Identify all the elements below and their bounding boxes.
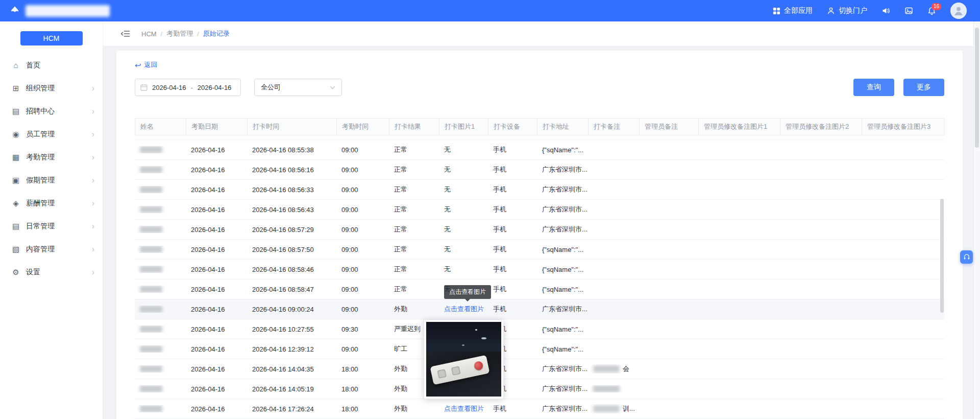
cell-shift-time: 09:00 xyxy=(336,306,389,313)
cell-name xyxy=(135,186,186,193)
attendance-photo xyxy=(426,322,501,397)
cell-shift-time: 18:00 xyxy=(336,405,389,413)
sidebar-item-org[interactable]: ⊞组织管理› xyxy=(0,77,103,100)
cell-shift-time: 09:00 xyxy=(336,286,389,293)
table-row[interactable]: 2026-04-162026-04-16 08:57:2909:00正常无手机广… xyxy=(135,220,944,240)
sidebar-item-salary[interactable]: ◈薪酬管理› xyxy=(0,192,103,215)
view-image-link[interactable]: 点击查看图片 xyxy=(444,404,484,413)
cell-device: 手机 xyxy=(488,145,537,154)
assistant-float-button[interactable] xyxy=(960,250,973,264)
cell-clock-time: 2026-04-16 08:58:47 xyxy=(247,286,336,293)
breadcrumb-item[interactable]: 原始记录 xyxy=(203,29,230,38)
table-row[interactable]: 2026-04-162026-04-16 08:58:4609:00正常无手机{… xyxy=(135,260,944,280)
breadcrumb-item[interactable]: HCM xyxy=(141,30,157,38)
page-scrollbar[interactable] xyxy=(973,21,980,419)
table-row[interactable]: 2026-04-162026-04-16 08:57:5009:00正常无手机{… xyxy=(135,240,944,260)
view-image-link[interactable]: 点击查看图片 xyxy=(444,305,484,314)
sidebar-item-employee[interactable]: ◉员工管理› xyxy=(0,123,103,146)
table-row[interactable]: 2026-04-162026-04-16 14:04:3518:00外勤手机广东… xyxy=(135,359,944,379)
cell-result: 外勤 xyxy=(389,404,439,413)
column-header: 考勤时间 xyxy=(337,119,389,135)
redacted-brand-name xyxy=(26,5,110,17)
cell-clock-time: 2026-04-16 08:58:46 xyxy=(247,266,336,273)
cell-clock-time: 2026-04-16 08:56:43 xyxy=(247,206,336,214)
table-row[interactable]: 2026-04-162026-04-16 17:26:2418:00外勤点击查看… xyxy=(135,399,944,419)
table-scrollbar-thumb[interactable] xyxy=(940,199,944,313)
chevron-right-icon: › xyxy=(92,222,94,230)
back-link[interactable]: ↩ 返回 xyxy=(135,60,158,70)
page-scrollbar-thumb[interactable] xyxy=(975,28,979,148)
notifications-button[interactable]: 16 xyxy=(927,7,936,15)
gallery-button[interactable] xyxy=(904,7,913,15)
cell-shift-time: 09:00 xyxy=(336,226,389,234)
more-button[interactable]: 更多 xyxy=(903,79,944,96)
table-header: 姓名考勤日期打卡时间考勤时间打卡结果打卡图片1打卡设备打卡地址打卡备注管理员备注… xyxy=(135,118,944,135)
user-avatar[interactable] xyxy=(950,3,967,19)
daily-icon: ▤ xyxy=(11,222,20,231)
sidebar-item-content[interactable]: ▧内容管理› xyxy=(0,238,103,261)
app-logo[interactable] xyxy=(9,5,110,17)
cell-name xyxy=(135,286,186,293)
redacted-name xyxy=(140,246,162,253)
table-row[interactable]: 2026-04-162026-04-16 08:55:3809:00正常无手机{… xyxy=(135,140,944,160)
sidebar-item-home[interactable]: ⌂首页 xyxy=(0,54,103,77)
breadcrumb-separator: / xyxy=(161,30,163,38)
cell-device: 手机 xyxy=(488,185,537,194)
cell-date: 2026-04-16 xyxy=(186,306,247,313)
table-row[interactable]: 2026-04-162026-04-16 08:56:3309:00正常无手机广… xyxy=(135,180,944,200)
redacted-remark xyxy=(593,385,620,392)
product-switch-button[interactable]: HCM xyxy=(20,31,83,45)
cell-address: 广东省深圳市... xyxy=(537,225,588,234)
switch-portal-label: 切换门户 xyxy=(839,6,867,15)
company-select[interactable]: 全公司 xyxy=(254,79,342,96)
cell-image: 无 xyxy=(439,245,488,254)
sidebar-item-holiday[interactable]: ▣假期管理› xyxy=(0,169,103,192)
cell-image: 点击查看图片 xyxy=(439,404,488,413)
sidebar-collapse-button[interactable] xyxy=(120,30,130,38)
query-button[interactable]: 查询 xyxy=(853,79,894,96)
headset-icon xyxy=(963,253,970,261)
avatar-person-icon xyxy=(953,5,964,16)
photo-socket xyxy=(451,366,461,376)
cell-clock-time: 2026-04-16 08:56:16 xyxy=(247,166,336,174)
filter-bar: 2026-04-16 - 2026-04-16 全公司 查询 更多 xyxy=(135,79,944,96)
cell-address: {"sqName":"... xyxy=(537,325,588,333)
remark-suffix: 训... xyxy=(623,404,635,413)
column-header: 打卡图片1 xyxy=(439,119,488,135)
column-header: 打卡时间 xyxy=(248,119,337,135)
sidebar-item-label: 薪酬管理 xyxy=(26,199,55,208)
announcement-button[interactable] xyxy=(881,7,890,15)
sidebar: HCM ⌂首页⊞组织管理›▤招聘中心›◉员工管理›▦考勤管理›▣假期管理›◈薪酬… xyxy=(0,21,103,419)
calendar-icon xyxy=(140,84,148,91)
redacted-name xyxy=(140,206,162,213)
cell-result: 正常 xyxy=(389,225,439,234)
sidebar-item-settings[interactable]: ⚙设置› xyxy=(0,261,103,284)
breadcrumb-item[interactable]: 考勤管理 xyxy=(166,29,193,38)
table-row[interactable]: 2026-04-162026-04-16 08:58:4709:00正常无手机{… xyxy=(135,280,944,299)
table-row[interactable]: 2026-04-162026-04-16 12:39:1209:00旷工手机{"… xyxy=(135,339,944,359)
date-range-picker[interactable]: 2026-04-16 - 2026-04-16 xyxy=(135,79,241,96)
cell-name xyxy=(135,266,186,273)
table-row[interactable]: 2026-04-162026-04-16 08:56:1609:00正常无手机广… xyxy=(135,160,944,180)
switch-portal-button[interactable]: 切换门户 xyxy=(827,6,867,15)
cell-clock-time: 2026-04-16 09:00:24 xyxy=(247,306,336,313)
cell-address: {"sqName":"... xyxy=(537,286,588,293)
page-card: ↩ 返回 2026-04-16 - 2026-04-16 全公司 xyxy=(116,51,963,419)
cell-address: {"sqName":"... xyxy=(537,146,588,154)
attendance-icon: ▦ xyxy=(11,153,20,162)
cell-image: 无 xyxy=(439,205,488,214)
sidebar-item-daily[interactable]: ▤日常管理› xyxy=(0,215,103,238)
table-row[interactable]: 2026-04-162026-04-16 09:00:2409:00外勤点击查看… xyxy=(135,299,944,319)
cell-result: 正常 xyxy=(389,205,439,214)
redacted-name xyxy=(140,325,162,333)
cell-clock-time: 2026-04-16 14:05:19 xyxy=(247,385,336,393)
sidebar-item-recruit[interactable]: ▤招聘中心› xyxy=(0,100,103,123)
table-row[interactable]: 2026-04-162026-04-16 08:56:4309:00正常无手机广… xyxy=(135,200,944,220)
all-apps-button[interactable]: 全部应用 xyxy=(773,6,813,15)
sidebar-item-attendance[interactable]: ▦考勤管理› xyxy=(0,146,103,169)
collapse-menu-icon xyxy=(120,30,130,38)
table-row[interactable]: 2026-04-162026-04-16 10:27:5509:30严重迟到手机… xyxy=(135,319,944,339)
photo-highlight xyxy=(481,337,486,339)
table-row[interactable]: 2026-04-162026-04-16 14:05:1918:00外勤手机广东… xyxy=(135,379,944,399)
cell-date: 2026-04-16 xyxy=(186,385,247,393)
